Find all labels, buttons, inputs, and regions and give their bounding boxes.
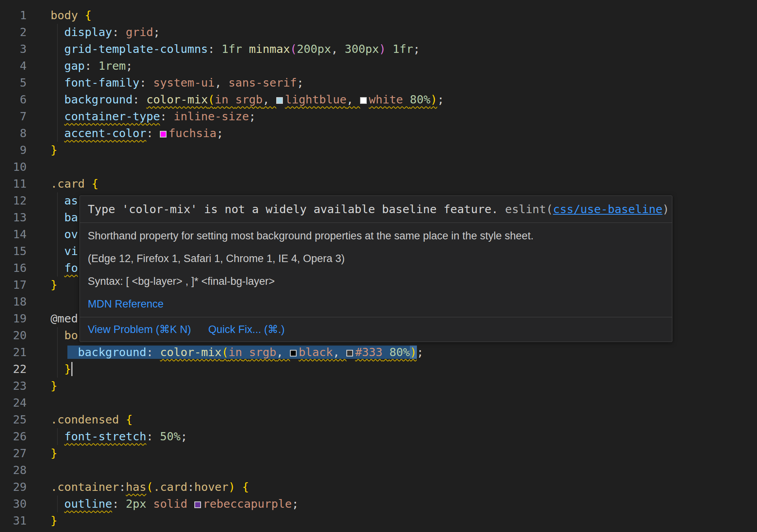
code-line-content[interactable]: } — [27, 378, 757, 394]
code-line: 5 font-family: system-ui, sans-serif; — [0, 74, 757, 91]
line-number[interactable]: 9 — [0, 142, 27, 159]
line-number[interactable]: 5 — [0, 74, 27, 91]
line-number[interactable]: 2 — [0, 24, 27, 41]
indent-guide — [57, 260, 58, 277]
code-line: 3 grid-template-columns: 1fr minmax(200p… — [0, 41, 757, 58]
code-line-content[interactable]: .card { — [27, 176, 757, 192]
color-swatch[interactable] — [160, 131, 167, 138]
hover-docs: Shorthand property for setting most back… — [80, 223, 672, 317]
code-line-content[interactable]: } — [27, 512, 757, 529]
code-line-content[interactable]: container-type: inline-size; — [27, 108, 757, 125]
diagnostic-source-prefix: eslint( — [505, 203, 553, 216]
code-line-content[interactable] — [27, 462, 757, 479]
line-number[interactable]: 24 — [0, 394, 27, 411]
color-swatch[interactable] — [276, 97, 283, 104]
code-line: 31} — [0, 512, 757, 529]
code-line: 22 } — [0, 361, 757, 378]
indent-guide — [57, 125, 58, 142]
code-line-content[interactable]: background: color-mix(in srgb, black, #3… — [27, 344, 757, 361]
indent-guide — [57, 243, 58, 260]
code-line-content[interactable]: body { — [27, 7, 757, 24]
color-swatch[interactable] — [346, 350, 353, 356]
line-number[interactable]: 23 — [0, 378, 27, 394]
code-line-content[interactable]: gap: 1rem; — [27, 58, 757, 74]
line-number[interactable]: 4 — [0, 58, 27, 74]
quick-fix-action[interactable]: Quick Fix... (⌘.) — [208, 322, 285, 337]
line-number[interactable]: 7 — [0, 108, 27, 125]
diagnostic-row: Type 'color-mix' is not a widely availab… — [80, 196, 672, 223]
line-number[interactable]: 22 — [0, 361, 27, 378]
code-line: 11.card { — [0, 176, 757, 192]
color-swatch[interactable] — [290, 350, 297, 356]
code-line-content[interactable]: font-stretch: 50%; — [27, 428, 757, 445]
indent-guide — [57, 108, 58, 125]
indent-guide — [57, 58, 58, 74]
syntax-line: Syntax: [ <bg-layer> , ]* <final-bg-laye… — [88, 274, 664, 289]
indent-guide — [57, 91, 58, 108]
code-line: 6 background: color-mix(in srgb, lightbl… — [0, 91, 757, 108]
code-line: 9} — [0, 142, 757, 159]
line-number[interactable]: 12 — [0, 192, 27, 209]
line-number[interactable]: 3 — [0, 41, 27, 58]
color-swatch[interactable] — [194, 501, 201, 508]
code-line-content[interactable]: grid-template-columns: 1fr minmax(200px,… — [27, 41, 757, 58]
code-line-content[interactable]: font-family: system-ui, sans-serif; — [27, 74, 757, 91]
line-number[interactable]: 14 — [0, 226, 27, 243]
line-number[interactable]: 8 — [0, 125, 27, 142]
line-number[interactable]: 6 — [0, 91, 27, 108]
code-line-content[interactable]: accent-color: fuchsia; — [27, 125, 757, 142]
line-number[interactable]: 29 — [0, 479, 27, 496]
code-line-content[interactable]: .condensed { — [27, 411, 757, 428]
line-number[interactable]: 26 — [0, 428, 27, 445]
code-line-content[interactable]: background: color-mix(in srgb, lightblue… — [27, 91, 757, 108]
code-line: 24 — [0, 394, 757, 411]
view-problem-action[interactable]: View Problem (⌘K N) — [88, 322, 191, 337]
indent-guide — [57, 496, 58, 512]
code-line: 27} — [0, 445, 757, 462]
code-line-content[interactable]: display: grid; — [27, 24, 757, 41]
code-line: 28 — [0, 462, 757, 479]
line-number[interactable]: 1 — [0, 7, 27, 24]
code-line: 21 background: color-mix(in srgb, black,… — [0, 344, 757, 361]
line-number[interactable]: 20 — [0, 327, 27, 344]
line-number[interactable]: 18 — [0, 293, 27, 310]
code-line-content[interactable] — [27, 159, 757, 176]
line-number[interactable]: 30 — [0, 496, 27, 512]
line-number[interactable]: 25 — [0, 411, 27, 428]
code-line: 30 outline: 2px solid rebeccapurple; — [0, 496, 757, 512]
indent-guide — [57, 428, 58, 445]
diagnostic-source-suffix: ) — [663, 203, 669, 216]
line-number[interactable]: 16 — [0, 260, 27, 277]
indent-guide — [57, 226, 58, 243]
code-line-content[interactable] — [27, 394, 757, 411]
line-number[interactable]: 13 — [0, 209, 27, 226]
indent-guide — [57, 192, 58, 209]
code-line: 29.container:has(.card:hover) { — [0, 479, 757, 496]
line-number[interactable]: 19 — [0, 310, 27, 327]
diagnostic-rule-link[interactable]: css/use-baseline — [553, 203, 662, 216]
line-number[interactable]: 28 — [0, 462, 27, 479]
line-number[interactable]: 10 — [0, 159, 27, 176]
code-line: 4 gap: 1rem; — [0, 58, 757, 74]
code-line: 23} — [0, 378, 757, 394]
line-number[interactable]: 31 — [0, 512, 27, 529]
code-line: 1body { — [0, 7, 757, 24]
indent-guide — [57, 327, 58, 344]
line-number[interactable]: 21 — [0, 344, 27, 361]
code-line-content[interactable]: } — [27, 361, 757, 378]
color-swatch[interactable] — [360, 97, 367, 104]
line-number[interactable]: 17 — [0, 277, 27, 293]
browser-support: (Edge 12, Firefox 1, Safari 1, Chrome 1,… — [88, 251, 664, 266]
diagnostic-message: Type 'color-mix' is not a widely availab… — [88, 203, 505, 216]
property-description: Shorthand property for setting most back… — [88, 228, 664, 243]
code-line-content[interactable]: } — [27, 142, 757, 159]
line-number[interactable]: 27 — [0, 445, 27, 462]
code-line: 10 — [0, 159, 757, 176]
code-line-content[interactable]: } — [27, 445, 757, 462]
code-line-content[interactable]: .container:has(.card:hover) { — [27, 479, 757, 496]
code-line: 2 display: grid; — [0, 24, 757, 41]
code-line-content[interactable]: outline: 2px solid rebeccapurple; — [27, 496, 757, 512]
line-number[interactable]: 15 — [0, 243, 27, 260]
line-number[interactable]: 11 — [0, 176, 27, 192]
mdn-reference-link[interactable]: MDN Reference — [88, 298, 164, 310]
